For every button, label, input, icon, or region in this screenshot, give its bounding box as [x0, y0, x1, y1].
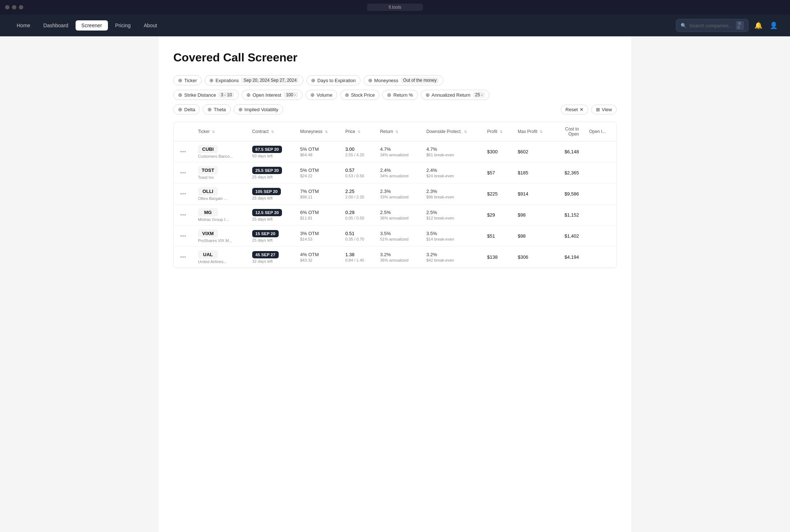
- row-profit: $51: [482, 226, 513, 247]
- col-return[interactable]: Return ⇅: [375, 122, 421, 141]
- col-cost-to-open[interactable]: Cost toOpen: [555, 122, 584, 141]
- row-max-profit: $98: [513, 226, 555, 247]
- plus-icon-money: ⊕: [368, 77, 372, 83]
- filter-open-interest[interactable]: ⊕ Open Interest 100 -: [242, 90, 303, 100]
- col-moneyness[interactable]: Moneyness ⇅: [295, 122, 340, 141]
- row-menu[interactable]: •••: [174, 162, 193, 184]
- row-max-profit: $602: [513, 141, 555, 162]
- table-row: ••• VIXM ProShares VIX M... 15 SEP 20 25…: [174, 226, 616, 247]
- traffic-lights: [5, 5, 23, 9]
- filter-expirations-value: Sep 20, 2024 Sep 27, 2024: [241, 77, 299, 83]
- row-cost-to-open: $1,152: [555, 205, 584, 226]
- close-traffic-light: [5, 5, 9, 9]
- nav-dashboard[interactable]: Dashboard: [37, 20, 74, 31]
- row-ticker: UAL United Airlines...: [193, 247, 247, 268]
- row-profit: $29: [482, 205, 513, 226]
- nav-links: Home Dashboard Screener Pricing About: [11, 20, 676, 31]
- filter-moneyness[interactable]: ⊕ Moneyness Out of the money: [363, 75, 444, 85]
- url-bar[interactable]: fi.tools: [367, 4, 423, 11]
- search-input[interactable]: [689, 23, 733, 28]
- nav-pricing[interactable]: Pricing: [109, 20, 137, 31]
- row-profit: $300: [482, 141, 513, 162]
- row-downside: 3.2% $42 break-even: [421, 247, 482, 268]
- row-return: 2.3% 33% annualized: [375, 184, 421, 205]
- row-price: 3.00 2.55 / 4.20: [340, 141, 375, 162]
- row-downside: 4.7% $61 break-even: [421, 141, 482, 162]
- nav-screener[interactable]: Screener: [76, 20, 108, 31]
- view-label: View: [602, 107, 612, 112]
- col-price[interactable]: Price ⇅: [340, 122, 375, 141]
- row-contract: 67.5 SEP 20 50 days left: [247, 141, 295, 162]
- filter-ar-label: Annualized Return: [432, 92, 471, 98]
- row-cost-to-open: $6,148: [555, 141, 584, 162]
- row-cost-to-open: $2,365: [555, 162, 584, 184]
- plus-icon-dte: ⊕: [311, 77, 315, 83]
- filter-annualized-return[interactable]: ⊕ Annualized Return 25 -: [421, 90, 490, 100]
- row-open-interest: [584, 226, 616, 247]
- filter-implied-vol[interactable]: ⊕ Implied Volatility: [234, 104, 283, 114]
- zoom-traffic-light: [19, 5, 23, 9]
- col-contract[interactable]: Contract ⇅: [247, 122, 295, 141]
- row-menu[interactable]: •••: [174, 184, 193, 205]
- row-open-interest: [584, 162, 616, 184]
- search-shortcut: ⌘ K: [736, 21, 744, 30]
- filter-row-3: ⊕ Delta ⊕ Theta ⊕ Implied Volatility Res…: [173, 104, 617, 114]
- col-max-profit[interactable]: Max Profit ⇅: [513, 122, 555, 141]
- filter-days-to-exp[interactable]: ⊕ Days to Expiration: [306, 75, 360, 85]
- col-profit[interactable]: Profit ⇅: [482, 122, 513, 141]
- filter-delta[interactable]: ⊕ Delta: [173, 104, 200, 114]
- row-downside: 2.4% $24 break-even: [421, 162, 482, 184]
- table-row: ••• OLLI Ollies Bargain ... 105 SEP 20 2…: [174, 184, 616, 205]
- filter-iv-label: Implied Volatility: [245, 107, 278, 112]
- filter-sp-label: Stock Price: [351, 92, 375, 98]
- minimize-traffic-light: [12, 5, 16, 9]
- filter-expirations[interactable]: ⊕ Expirations Sep 20, 2024 Sep 27, 2024: [205, 75, 303, 85]
- col-menu: [174, 122, 193, 141]
- row-moneyness: 7% OTM $98.11: [295, 184, 340, 205]
- plus-icon-iv: ⊕: [238, 106, 243, 112]
- row-open-interest: [584, 205, 616, 226]
- search-box[interactable]: 🔍 ⌘ K: [676, 19, 749, 32]
- plus-icon-theta: ⊕: [207, 106, 212, 112]
- nav-right: 🔍 ⌘ K 🔔 👤: [676, 19, 779, 32]
- col-downside[interactable]: Downside Protect. ⇅: [421, 122, 482, 141]
- row-moneyness: 6% OTM $11.81: [295, 205, 340, 226]
- view-button[interactable]: ⊞ View: [591, 105, 617, 114]
- row-menu[interactable]: •••: [174, 205, 193, 226]
- row-ticker: OLLI Ollies Bargain ...: [193, 184, 247, 205]
- nav-about[interactable]: About: [138, 20, 163, 31]
- row-cost-to-open: $4,194: [555, 247, 584, 268]
- plus-icon-ticker: ⊕: [178, 77, 182, 83]
- col-open-interest[interactable]: Open I...: [584, 122, 616, 141]
- row-menu[interactable]: •••: [174, 226, 193, 247]
- filter-row-2: ⊕ Strike Distance 3 - 10 ⊕ Open Interest…: [173, 90, 617, 100]
- row-contract: 45 SEP 27 32 days left: [247, 247, 295, 268]
- plus-icon-oi: ⊕: [246, 92, 251, 98]
- table-row: ••• CUBI Customers Banco... 67.5 SEP 20 …: [174, 141, 616, 162]
- filter-return-pct[interactable]: ⊕ Return %: [382, 90, 418, 100]
- plus-icon-exp: ⊕: [209, 77, 214, 83]
- row-profit: $225: [482, 184, 513, 205]
- row-open-interest: [584, 247, 616, 268]
- filter-theta[interactable]: ⊕ Theta: [203, 104, 230, 114]
- row-return: 3.2% 36% annualized: [375, 247, 421, 268]
- row-return: 2.5% 36% annualized: [375, 205, 421, 226]
- filter-ticker[interactable]: ⊕ Ticker: [173, 75, 202, 85]
- close-icon: ✕: [580, 107, 584, 112]
- row-menu[interactable]: •••: [174, 247, 193, 268]
- reset-button[interactable]: Reset ✕: [561, 105, 588, 114]
- filter-strike-dist[interactable]: ⊕ Strike Distance 3 - 10: [173, 90, 239, 100]
- col-ticker[interactable]: Ticker ⇅: [193, 122, 247, 141]
- navbar: Home Dashboard Screener Pricing About 🔍 …: [0, 15, 790, 36]
- user-icon[interactable]: 👤: [768, 20, 779, 31]
- notification-icon[interactable]: 🔔: [753, 20, 764, 31]
- nav-home[interactable]: Home: [11, 20, 36, 31]
- row-menu[interactable]: •••: [174, 141, 193, 162]
- reset-label: Reset: [565, 107, 578, 112]
- row-moneyness: 5% OTM $24.22: [295, 162, 340, 184]
- filter-stock-price[interactable]: ⊕ Stock Price: [340, 90, 380, 100]
- title-bar: fi.tools: [0, 0, 790, 15]
- row-max-profit: $914: [513, 184, 555, 205]
- row-contract: 25.5 SEP 20 25 days left: [247, 162, 295, 184]
- filter-volume[interactable]: ⊕ Volume: [306, 90, 337, 100]
